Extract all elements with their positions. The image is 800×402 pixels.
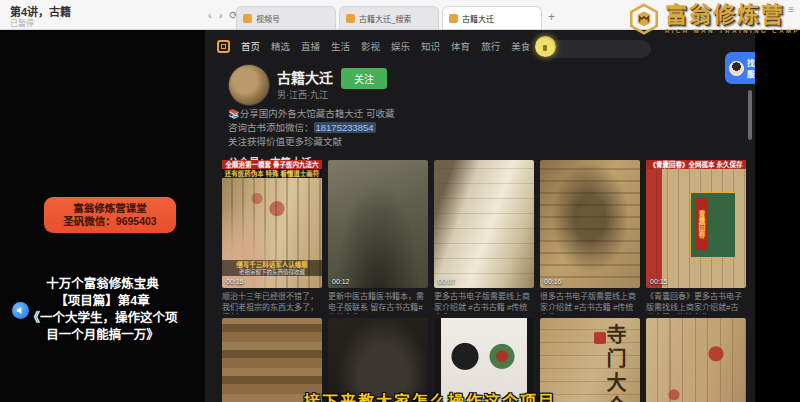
video-duration: 00:07 [438, 278, 456, 285]
video-card[interactable]: 00:16 很多古书电子版需要线上商家介绍就 #古书古籍 #传统文化 [540, 160, 640, 314]
back-icon[interactable]: ‹ [208, 9, 212, 22]
video-thumbnail[interactable]: 《青囊回春》全网孤本 永久保存 青囊回春 00:15 [646, 160, 746, 288]
thumb-overlay-top: 全顺治第一模套 骨子医内九法六 还有医药伪本 特殊 看懂道士画符 [222, 160, 322, 178]
video-caption-text: 很多古书电子版需要线上商家介绍就 #古书古籍 #传统文化 [540, 292, 640, 314]
tab-search[interactable]: 古籍大迁_搜索 [339, 6, 439, 29]
caption-line: 【项目篇】第4章 [6, 293, 199, 310]
bio-line2: 咨询古书添加微信：18175233854 [228, 121, 528, 135]
caption-line: 目一个月能搞一万》 [6, 327, 199, 344]
video-grid-row1: 全顺治第一模套 骨子医内九法六 还有医药伪本 特殊 看懂道士画符 缮写千三科话军… [222, 160, 746, 314]
customer-service-badge[interactable]: 找客服 [725, 52, 755, 84]
caption-line: 《一个大学生，操作这个项 [6, 310, 199, 327]
bio-wechat-number[interactable]: 18175233854 [314, 122, 376, 133]
video-caption-text: 更新中医古籍医书籍本，需电子版联系 留存古书古籍#传统文化 [328, 292, 428, 314]
video-thumbnail[interactable] [646, 318, 746, 402]
overlay-text: 还有医药伪本 特殊 看懂道士画符 [222, 169, 322, 178]
nav-item[interactable]: 直播 [301, 39, 320, 53]
video-duration: 00:15 [650, 278, 668, 285]
thumb-overlay-top: 《青囊回春》全网孤本 永久保存 [646, 160, 746, 169]
nav-item[interactable]: 旅行 [481, 39, 500, 53]
nav-item[interactable]: 娱乐 [391, 39, 410, 53]
new-tab-button[interactable]: + [548, 10, 555, 24]
tab-label: 古籍大迁_搜索 [359, 13, 411, 24]
overlay-text: 缮写千三科话军人认缘顺 [222, 260, 322, 269]
browser-page: 首页 精选 直播 生活 影视 娱乐 知识 体育 旅行 美食 游戏 音乐 找客服 … [205, 30, 755, 402]
profile-bio: 📚分享国内外各大馆藏古籍大迁 可收藏 咨询古书添加微信：18175233854 … [228, 107, 528, 149]
profile-avatar[interactable] [228, 64, 270, 106]
watermark-tagline: RICH MAN TRAINING CAMP [665, 28, 800, 34]
overlay-text: 全顺治第一模套 骨子医内九法六 [222, 160, 322, 169]
video-card[interactable]: 00:07 更多古书电子版需要线上商家介绍就 #古书古籍 #传统文化 [434, 160, 534, 314]
nav-item[interactable]: 首页 [241, 39, 260, 53]
book-title-label: 青囊回春 [695, 198, 708, 250]
service-avatar [729, 61, 744, 76]
video-caption-text: 更多古书电子版需要线上商家介绍就 #古书古籍 #传统文化 [434, 292, 534, 314]
tab-favicon [449, 14, 458, 23]
nav-item[interactable]: 美食 [511, 39, 530, 53]
tab-label: 古籍大迁 [462, 13, 494, 24]
video-duration: 00:16 [544, 278, 562, 285]
video-caption-text: 《青囊回春》更多古书电子版需找线上商家介绍就#古书古籍 #传统文化 [646, 292, 746, 314]
service-label: 找客服 [747, 57, 755, 79]
video-card[interactable]: 《青囊回春》全网孤本 永久保存 青囊回春 00:15 《青囊回春》更多古书电子版… [646, 160, 746, 314]
nav-item[interactable]: 精选 [271, 39, 290, 53]
site-logo-icon[interactable] [217, 40, 230, 53]
profile-meta: 男·江西·九江 [277, 88, 328, 101]
video-thumbnail[interactable]: 全顺治第一模套 骨子医内九法六 还有医药伪本 特殊 看懂道士画符 缮写千三科话军… [222, 160, 322, 288]
page-scrollbar[interactable] [748, 90, 752, 140]
nav-item[interactable]: 体育 [451, 39, 470, 53]
promo-badge: 富翁修炼营课堂 圣矾微信：9695403 [44, 197, 176, 233]
bio-line3: 关注获得价值更多珍藏文献 [228, 135, 528, 149]
screen: 第4讲，古籍 已暂停 ◳ ⤢ ≡ ‹ › ⟳ 视频号 古籍大迁_搜索 古籍大迁 [0, 0, 800, 402]
video-caption: 十万个富翁修炼宝典 【项目篇】第4章 《一个大学生，操作这个项 目一个月能搞一万… [6, 276, 199, 344]
watermark: 富翁修炼营 RICH MAN TRAINING CAMP [627, 2, 800, 36]
click-cursor-highlight [535, 36, 556, 57]
video-card[interactable]: 全顺治第一模套 骨子医内九法六 还有医药伪本 特殊 看懂道士画符 缮写千三科话军… [222, 160, 322, 314]
video-card[interactable]: 00:12 更新中医古籍医书籍本，需电子版联系 留存古书古籍#传统文化 [328, 160, 428, 314]
tab-label: 视频号 [256, 13, 280, 24]
tab-favicon [346, 14, 355, 23]
browser-tab-strip: 视频号 古籍大迁_搜索 古籍大迁 [236, 6, 542, 29]
lesson-status: 已暂停 [10, 17, 34, 28]
bio-line1: 📚分享国内外各大馆藏古籍大迁 可收藏 [228, 107, 528, 121]
forward-icon[interactable]: › [219, 9, 223, 22]
video-card[interactable] [646, 318, 746, 402]
follow-button[interactable]: 关注 [341, 68, 387, 89]
video-caption-text: 顺治十三年已经很不错了，我们老祖宗的东西太多了，慢刻… [222, 292, 322, 314]
video-duration: 00:12 [332, 278, 350, 285]
caption-line: 十万个富翁修炼宝典 [6, 276, 199, 293]
nav-item[interactable]: 影视 [361, 39, 380, 53]
nav-item[interactable]: 知识 [421, 39, 440, 53]
thumb-overlay-bottom: 缮写千三科话军人认缘顺 老祖宗留下的东西值得收藏 [222, 260, 322, 276]
promo-line2: 圣矾微信：9695403 [48, 215, 172, 228]
tab-favicon [243, 14, 252, 23]
video-player-area: 富翁修炼营课堂 圣矾微信：9695403 十万个富翁修炼宝典 【项目篇】第4章 … [0, 30, 205, 402]
watermark-brand: 富翁修炼营 [665, 4, 800, 26]
video-thumbnail[interactable]: 00:07 [434, 160, 534, 288]
video-thumbnail[interactable]: 00:12 [328, 160, 428, 288]
overlay-text: 《青囊回春》全网孤本 永久保存 [646, 160, 746, 169]
tab-profile-active[interactable]: 古籍大迁 [442, 6, 542, 29]
nav-item[interactable]: 生活 [331, 39, 350, 53]
video-duration: 00:16 [226, 278, 244, 285]
profile-name: 古籍大迁 [277, 67, 333, 87]
red-seal [594, 332, 606, 344]
bottom-subtitle: 接下来教大家怎么操作这个项目 [260, 388, 600, 402]
tab-shipinhao[interactable]: 视频号 [236, 6, 336, 29]
cube-logo-icon [627, 2, 661, 36]
overlay-text: 老祖宗留下的东西值得收藏 [222, 269, 322, 276]
search-input[interactable] [543, 40, 651, 58]
bio-wechat-prefix: 咨询古书添加微信： [228, 122, 314, 133]
green-book-cover: 青囊回春 [690, 192, 736, 258]
promo-line1: 富翁修炼营课堂 [48, 202, 172, 215]
video-thumbnail[interactable]: 00:16 [540, 160, 640, 288]
